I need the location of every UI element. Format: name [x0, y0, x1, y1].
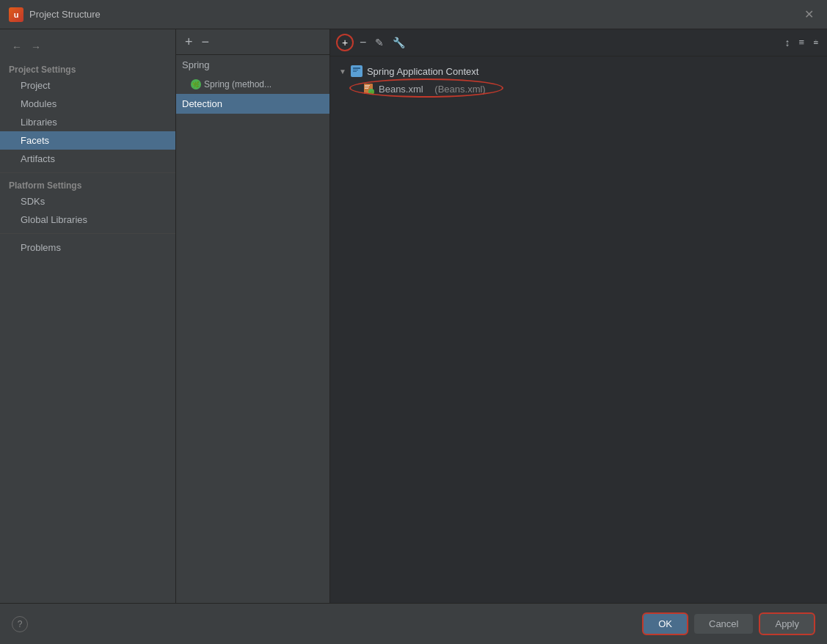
sidebar-item-project[interactable]: Project [0, 76, 175, 95]
apply-button[interactable]: Apply [759, 612, 815, 635]
svg-rect-7 [365, 88, 368, 89]
bottom-bar: ? OK Cancel Apply [0, 603, 827, 644]
main-content: ← → Project Settings Project Modules Lib… [0, 29, 827, 603]
bottom-buttons: OK Cancel Apply [642, 612, 815, 635]
beans-row: 🌿 Beans.xml (Beans.xml) [339, 80, 818, 98]
beans-xml-filename [428, 84, 431, 95]
context-icon [351, 65, 363, 77]
align-bottom-button[interactable]: ⩧ [810, 35, 821, 50]
add-context-button[interactable]: + [336, 34, 354, 51]
back-button[interactable]: ← [9, 40, 25, 54]
beans-xml-parens: (Beans.xml) [434, 84, 485, 95]
spring-leaf-icon: 🌿 [191, 79, 201, 89]
project-settings-header: Project Settings [0, 62, 175, 76]
nav-controls: ← → [0, 35, 175, 62]
beans-xml-icon: 🌿 [363, 83, 374, 95]
svg-rect-1 [353, 67, 360, 69]
sort-button[interactable]: ↕ [782, 35, 793, 50]
sidebar-item-facets[interactable]: Facets [0, 131, 175, 150]
add-button[interactable]: + [182, 34, 196, 50]
sidebar-item-sdks[interactable]: SDKs [0, 192, 175, 211]
beans-xml-name: Beans.xml [379, 84, 423, 95]
context-header-row: ▼ Spring Application Context [339, 62, 818, 80]
app-icon: u [9, 7, 23, 22]
cancel-button[interactable]: Cancel [694, 614, 753, 634]
right-toolbar-right: ↕ ≡ ⩧ [782, 35, 821, 50]
ok-button[interactable]: OK [642, 612, 688, 635]
sidebar: ← → Project Settings Project Modules Lib… [0, 29, 176, 603]
right-toolbar: + − ✎ 🔧 ↕ ≡ ⩧ [330, 29, 827, 56]
svg-rect-5 [365, 85, 370, 86]
middle-panel: + − Spring 🌿 Spring (method... Detection [176, 29, 330, 603]
expand-arrow[interactable]: ▼ [339, 67, 346, 76]
middle-toolbar: + − [176, 29, 329, 55]
wrench-button[interactable]: 🔧 [390, 36, 408, 49]
sidebar-item-artifacts[interactable]: Artifacts [0, 150, 175, 168]
sidebar-item-global-libraries[interactable]: Global Libraries [0, 211, 175, 229]
remove-context-button[interactable]: − [357, 35, 369, 50]
platform-settings-header: Platform Settings [0, 178, 175, 192]
edit-context-button[interactable]: ✎ [372, 36, 387, 49]
detection-item[interactable]: Detection [176, 94, 329, 114]
right-panel: + − ✎ 🔧 ↕ ≡ ⩧ ▼ [330, 29, 827, 603]
sidebar-item-problems[interactable]: Problems [0, 238, 175, 257]
context-title: Spring Application Context [367, 66, 478, 77]
spring-method-label: Spring (method... [204, 79, 272, 89]
svg-rect-2 [353, 70, 358, 70]
remove-button[interactable]: − [199, 34, 213, 50]
close-button[interactable]: ✕ [800, 6, 818, 23]
spring-group-label: Spring [182, 59, 210, 70]
align-top-button[interactable]: ≡ [795, 35, 807, 50]
divider2 [0, 233, 175, 234]
spring-method-item[interactable]: 🌿 Spring (method... [176, 75, 329, 94]
svg-rect-6 [365, 87, 369, 87]
spring-group[interactable]: Spring [176, 55, 329, 75]
title-bar: u Project Structure ✕ [0, 0, 827, 29]
sidebar-item-libraries[interactable]: Libraries [0, 113, 175, 131]
sidebar-item-modules[interactable]: Modules [0, 95, 175, 113]
divider [0, 172, 175, 173]
forward-button[interactable]: → [28, 40, 44, 54]
svg-rect-3 [353, 71, 357, 72]
detection-label: Detection [182, 98, 222, 109]
svg-text:🌿: 🌿 [369, 90, 375, 95]
context-container: ▼ Spring Application Context [330, 56, 827, 103]
window-title: Project Structure [29, 9, 101, 20]
help-button[interactable]: ? [12, 616, 28, 632]
